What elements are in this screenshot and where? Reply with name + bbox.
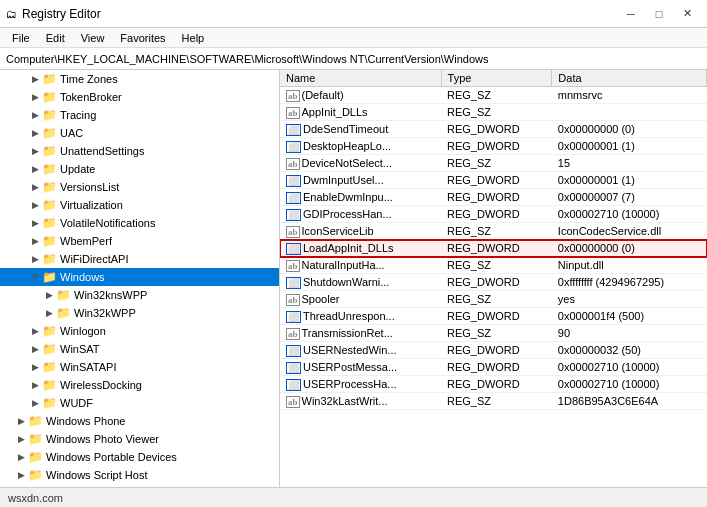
tree-expander[interactable]: ▶ — [42, 308, 56, 318]
col-type[interactable]: Type — [441, 70, 552, 87]
minimize-button[interactable]: ─ — [617, 4, 645, 24]
address-path: Computer\HKEY_LOCAL_MACHINE\SOFTWARE\Mic… — [6, 53, 489, 65]
table-row[interactable]: ⬜DwmInputUsel...REG_DWORD0x00000001 (1) — [280, 172, 707, 189]
tree-item[interactable]: ▶📁Win32kWPP — [0, 304, 279, 322]
tree-item[interactable]: ▶📁Time Zones — [0, 70, 279, 88]
table-row[interactable]: abIconServiceLibREG_SZIconCodecService.d… — [280, 223, 707, 240]
tree-item[interactable]: ▶📁UAC — [0, 124, 279, 142]
col-data[interactable]: Data — [552, 70, 707, 87]
entry-name: Win32kLastWrit... — [302, 395, 388, 407]
tree-expander[interactable]: ▶ — [14, 470, 28, 480]
close-button[interactable]: ✕ — [673, 4, 701, 24]
table-row[interactable]: ⬜DesktopHeapLo...REG_DWORD0x00000001 (1) — [280, 138, 707, 155]
tree-expander[interactable]: ▶ — [28, 326, 42, 336]
tree-item[interactable]: ▶📁UnattendSettings — [0, 142, 279, 160]
tree-item[interactable]: ▶📁Windows Photo Viewer — [0, 430, 279, 448]
entry-name: DdeSendTimeout — [303, 123, 388, 135]
cell-type: REG_SZ — [441, 223, 552, 240]
tree-item[interactable]: ▶📁Update — [0, 160, 279, 178]
tree-item[interactable]: ▼📁Windows — [0, 268, 279, 286]
string-icon: ab — [286, 327, 302, 339]
tree-panel[interactable]: ▶📁Time Zones▶📁TokenBroker▶📁Tracing▶📁UAC▶… — [0, 70, 280, 487]
tree-expander[interactable]: ▶ — [28, 128, 42, 138]
entry-name: (Default) — [302, 89, 344, 101]
tree-item[interactable]: ▶📁WbemPerf — [0, 232, 279, 250]
tree-expander[interactable]: ▶ — [28, 362, 42, 372]
tree-expander[interactable]: ▶ — [28, 146, 42, 156]
tree-item[interactable]: ▶📁Windows Portable Devices — [0, 448, 279, 466]
tree-item[interactable]: ▶📁WinSAT — [0, 340, 279, 358]
tree-item[interactable]: ▶📁Virtualization — [0, 196, 279, 214]
table-row[interactable]: ⬜GDIProcessHan...REG_DWORD0x00002710 (10… — [280, 206, 707, 223]
tree-item[interactable]: ▶📁Tracing — [0, 106, 279, 124]
cell-name: ⬜ThreadUnrespon... — [280, 308, 441, 325]
tree-item[interactable]: ▶📁TokenBroker — [0, 88, 279, 106]
table-row[interactable]: ⬜DdeSendTimeoutREG_DWORD0x00000000 (0) — [280, 121, 707, 138]
tree-item[interactable]: ▶📁WirelessDocking — [0, 376, 279, 394]
tree-item[interactable]: ▶📁Windows Phone — [0, 412, 279, 430]
cell-type: REG_DWORD — [441, 376, 552, 393]
menu-item-favorites[interactable]: Favorites — [112, 28, 173, 47]
tree-expander[interactable]: ▶ — [28, 236, 42, 246]
col-name[interactable]: Name — [280, 70, 441, 87]
tree-item[interactable]: ▶📁Win32knsWPP — [0, 286, 279, 304]
table-row[interactable]: ⬜USERProcessHa...REG_DWORD0x00002710 (10… — [280, 376, 707, 393]
table-row[interactable]: abAppInit_DLLsREG_SZ — [280, 104, 707, 121]
registry-table: Name Type Data ab(Default)REG_SZmnmsrvca… — [280, 70, 707, 410]
tree-expander[interactable]: ▶ — [28, 218, 42, 228]
menu-item-view[interactable]: View — [73, 28, 113, 47]
maximize-button[interactable]: □ — [645, 4, 673, 24]
dword-icon: ⬜ — [286, 174, 303, 186]
tree-expander[interactable]: ▶ — [42, 290, 56, 300]
tree-expander[interactable]: ▶ — [28, 398, 42, 408]
table-row[interactable]: ⬜USERNestedWin...REG_DWORD0x00000032 (50… — [280, 342, 707, 359]
menu-item-file[interactable]: File — [4, 28, 38, 47]
tree-label: WinSAT — [60, 343, 100, 355]
menu-item-help[interactable]: Help — [174, 28, 213, 47]
string-icon: ab — [286, 106, 302, 118]
table-row[interactable]: abTransmissionRet...REG_SZ90 — [280, 325, 707, 342]
table-row[interactable]: abSpoolerREG_SZyes — [280, 291, 707, 308]
tree-expander[interactable]: ▶ — [28, 74, 42, 84]
cell-name: ⬜LoadAppInit_DLLs — [280, 240, 441, 257]
registry-values-panel[interactable]: Name Type Data ab(Default)REG_SZmnmsrvca… — [280, 70, 707, 487]
tree-label: UnattendSettings — [60, 145, 144, 157]
table-row[interactable]: ⬜LoadAppInit_DLLsREG_DWORD0x00000000 (0) — [280, 240, 707, 257]
tree-item[interactable]: ▶📁VolatileNotifications — [0, 214, 279, 232]
tree-expander[interactable]: ▶ — [28, 344, 42, 354]
tree-expander[interactable]: ▶ — [14, 434, 28, 444]
tree-label: WirelessDocking — [60, 379, 142, 391]
tree-item[interactable]: ▶📁Windows Script Host — [0, 466, 279, 484]
tree-expander[interactable]: ▼ — [28, 272, 42, 282]
folder-icon: 📁 — [42, 378, 57, 392]
tree-expander[interactable]: ▶ — [28, 380, 42, 390]
tree-item[interactable]: ▶📁WUDF — [0, 394, 279, 412]
tree-expander[interactable]: ▶ — [28, 92, 42, 102]
entry-name: USERNestedWin... — [303, 344, 397, 356]
tree-item[interactable]: ▶📁VersionsList — [0, 178, 279, 196]
table-row[interactable]: abDeviceNotSelect...REG_SZ15 — [280, 155, 707, 172]
tree-expander[interactable]: ▶ — [28, 254, 42, 264]
dword-icon: ⬜ — [286, 208, 303, 220]
tree-expander[interactable]: ▶ — [28, 200, 42, 210]
table-row[interactable]: abWin32kLastWrit...REG_SZ1D86B95A3C6E64A — [280, 393, 707, 410]
cell-type: REG_SZ — [441, 257, 552, 274]
tree-expander[interactable]: ▶ — [28, 182, 42, 192]
table-row[interactable]: ab(Default)REG_SZmnmsrvc — [280, 87, 707, 104]
table-row[interactable]: ⬜EnableDwmInpu...REG_DWORD0x00000007 (7) — [280, 189, 707, 206]
entry-name: USERProcessHa... — [303, 378, 397, 390]
table-row[interactable]: ⬜ThreadUnrespon...REG_DWORD0x000001f4 (5… — [280, 308, 707, 325]
tree-expander[interactable]: ▶ — [28, 110, 42, 120]
table-row[interactable]: abNaturalInputHa...REG_SZNinput.dll — [280, 257, 707, 274]
tree-expander[interactable]: ▶ — [14, 452, 28, 462]
table-row[interactable]: ⬜USERPostMessa...REG_DWORD0x00002710 (10… — [280, 359, 707, 376]
cell-name: ⬜USERPostMessa... — [280, 359, 441, 376]
tree-expander[interactable]: ▶ — [28, 164, 42, 174]
tree-label: Windows — [60, 271, 105, 283]
menu-item-edit[interactable]: Edit — [38, 28, 73, 47]
table-row[interactable]: ⬜ShutdownWarni...REG_DWORD0xffffffff (42… — [280, 274, 707, 291]
tree-item[interactable]: ▶📁WinSATAPI — [0, 358, 279, 376]
tree-item[interactable]: ▶📁Winlogon — [0, 322, 279, 340]
tree-item[interactable]: ▶📁WiFiDirectAPI — [0, 250, 279, 268]
tree-expander[interactable]: ▶ — [14, 416, 28, 426]
